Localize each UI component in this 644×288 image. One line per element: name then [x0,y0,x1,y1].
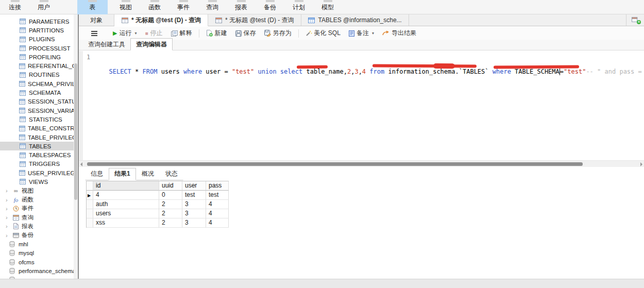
menu-item[interactable]: 查询 [201,0,223,14]
sidebar-table-item[interactable]: TABLES [0,142,77,150]
cell-id[interactable]: 4 [93,191,159,200]
tab-query-builder[interactable]: 查询创建工具 [83,39,130,50]
cell-uuid[interactable]: 0 [159,191,182,200]
sidebar-scrollbar[interactable] [74,14,78,279]
sidebar-table-item[interactable]: PLUGINS [0,35,77,44]
scroll-left-arrow-icon[interactable] [80,162,82,166]
results-tab[interactable]: 信息 [85,168,109,180]
cell-user[interactable]: 3 [182,218,206,228]
chevron-right-icon[interactable]: › [6,188,10,194]
cell-uuid[interactable]: 2 [159,200,182,209]
cell-user[interactable]: test [182,191,206,200]
sidebar-scrollbar-thumb[interactable] [74,63,77,200]
menu-item[interactable]: 用户 [33,0,55,14]
stop-button[interactable]: ■ 停止 [141,28,166,39]
sidebar-table-item[interactable]: TABLE_CONSTRAIN [0,124,77,133]
cell-user[interactable]: 3 [182,200,206,209]
new-button[interactable]: 新建 [202,28,231,39]
sidebar-table-item[interactable]: STATISTICS [0,115,77,124]
sidebar-database-item[interactable]: ofcms [0,258,77,266]
results-tab[interactable]: 状态 [160,168,183,180]
sidebar-item-queries[interactable]: › 查询 [0,213,77,222]
sidebar-table-item[interactable]: PROCESSLIST [0,44,77,53]
column-header-pass[interactable]: pass [206,181,229,191]
cell-id[interactable]: xss [93,218,159,228]
chevron-down-icon[interactable]: ▾ [134,31,137,36]
sidebar-table-item[interactable]: TABLESPACES [0,150,77,159]
sidebar-database-item[interactable]: performance_schema [0,266,77,275]
table-row[interactable]: ▶ auth 2 3 4 [87,200,229,209]
table-row[interactable]: ▶ 4 0 test test [87,191,229,200]
menu-item[interactable]: 连接 [4,0,26,14]
sidebar-table-item[interactable]: PARAMETERS [0,17,77,26]
column-header-uuid[interactable]: uuid [159,181,182,191]
cell-uuid[interactable]: 2 [159,218,182,228]
cell-pass[interactable]: test [206,191,229,200]
menu-item[interactable]: 视图 [115,0,137,14]
sidebar-table-item[interactable]: SCHEMATA [0,88,77,97]
sidebar-table-item[interactable]: SCHEMA_PRIVILEG [0,79,77,88]
sidebar-item-backups[interactable]: › 备份 [0,231,77,240]
chevron-right-icon[interactable]: › [6,232,10,239]
sidebar-table-item[interactable]: REFERENTIAL_CON [0,61,77,70]
chevron-right-icon[interactable]: › [6,197,10,203]
explain-button[interactable]: 解释 [167,28,196,39]
menu-item[interactable]: 计划 [288,0,310,14]
sidebar-item-functions[interactable]: › fo 函数 [0,195,77,204]
column-header-id[interactable]: id [93,181,159,191]
cell-pass[interactable]: 4 [206,200,229,209]
tab-query-1[interactable]: * 无标题 @test (D) - 查询 [114,14,208,26]
sidebar-table-item[interactable]: ROUTINES [0,71,77,79]
sidebar-table-item[interactable]: SESSION_VARIABL [0,106,77,115]
sidebar-item-events[interactable]: › 事件 [0,204,77,213]
new-query-tab-button[interactable]: + [626,14,644,26]
save-button[interactable]: 保存 [231,28,260,39]
sidebar-table-item[interactable]: USER_PRIVILEGES [0,168,77,177]
row-selector[interactable]: ▶ [87,191,93,200]
table-row[interactable]: ▶ users 2 3 4 [87,209,229,218]
row-selector[interactable]: ▶ [87,209,93,218]
export-result-button[interactable]: 导出结果 [378,28,420,39]
editor-horizontal-scrollbar[interactable] [79,160,644,167]
menu-item[interactable]: 事件 [173,0,194,14]
sidebar-table-item[interactable]: SESSION_STATUS [0,97,77,106]
menu-item[interactable]: 表 [77,0,108,14]
cell-uuid[interactable]: 2 [159,209,182,218]
sidebar-item-views[interactable]: › ∞ 视图 [0,187,77,195]
cell-id[interactable]: users [93,209,159,218]
tab-query-editor[interactable]: 查询编辑器 [130,38,173,50]
tab-objects[interactable]: 对象 [79,14,114,26]
chevron-right-icon[interactable]: › [6,223,10,229]
results-tab[interactable]: 结果1 [109,168,136,180]
chevron-right-icon[interactable]: › [6,206,10,212]
menu-item[interactable]: 模型 [317,0,338,14]
save-as-button[interactable]: 另存为 [260,28,296,39]
run-button[interactable]: ▶ 运行 ▾ [109,28,141,39]
comment-button[interactable]: 备注 ▾ [345,28,378,39]
beautify-sql-button[interactable]: 美化 SQL [301,28,345,39]
cell-user[interactable]: 3 [182,209,206,218]
chevron-down-icon[interactable]: ▾ [372,31,374,36]
row-selector[interactable]: ▶ [87,218,93,228]
column-header-user[interactable]: user [182,181,206,191]
cell-pass[interactable]: 4 [206,209,229,218]
sidebar-item-reports[interactable]: › 报表 [0,222,77,231]
horizontal-scrollbar-thumb[interactable] [87,162,583,166]
scroll-right-arrow-icon[interactable] [640,162,642,166]
sidebar-table-item[interactable]: TRIGGERS [0,160,77,168]
menu-item[interactable]: 报表 [230,0,252,14]
chevron-right-icon[interactable]: › [6,214,10,221]
menu-item[interactable]: 备份 [259,0,281,14]
menu-item[interactable]: 函数 [144,0,165,14]
sidebar-table-item[interactable]: PROFILING [0,53,77,61]
sidebar-table-item[interactable]: VIEWS [0,177,77,186]
tab-tables-info-schema[interactable]: TABLES @information_sche... [301,14,409,26]
results-tab[interactable]: 概况 [136,168,160,180]
table-row[interactable]: ▶ xss 2 3 4 [87,218,229,228]
sidebar-database-item[interactable]: mysql [0,249,77,258]
tab-query-2[interactable]: * 无标题 @test (D) - 查询 [208,14,301,26]
row-selector[interactable]: ▶ [87,200,93,209]
sidebar-table-item[interactable]: PARTITIONS [0,26,77,35]
sidebar-table-item[interactable]: TABLE_PRIVILEGES [0,133,77,142]
cell-pass[interactable]: 4 [206,218,229,228]
